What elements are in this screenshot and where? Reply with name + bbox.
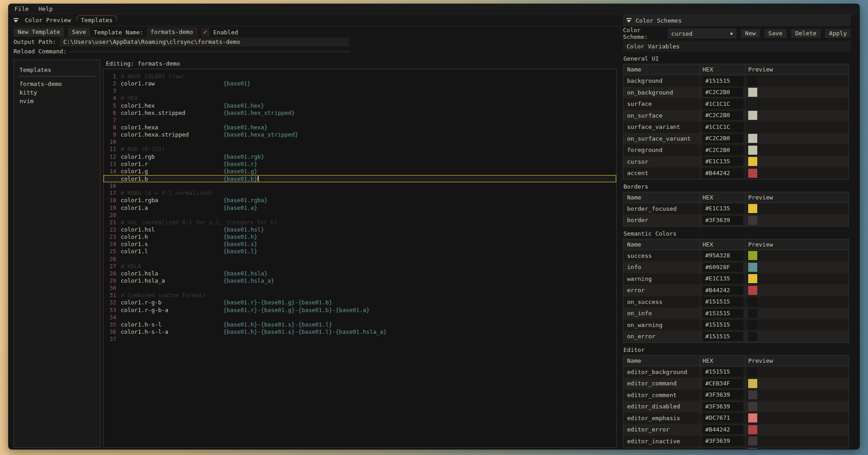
hex-input[interactable]: #CEB34F	[703, 379, 743, 388]
new-template-button[interactable]: New Template	[14, 28, 64, 37]
color-swatch[interactable]	[748, 88, 757, 97]
template-name-input[interactable]: formats-demo	[147, 28, 198, 37]
editor-line[interactable]: 3	[104, 87, 616, 95]
color-swatch[interactable]	[748, 286, 757, 295]
scheme-apply-button[interactable]: Apply	[825, 29, 851, 38]
editor-line[interactable]: 36color1.h-s-l-a{base01.h}-{base01.s}-{b…	[104, 328, 616, 336]
color-swatch[interactable]	[748, 436, 757, 446]
template-item-nvim[interactable]: nvim	[19, 97, 95, 105]
hex-input[interactable]: #C2C2B0	[703, 111, 743, 120]
color-swatch[interactable]	[748, 274, 757, 283]
editor-line[interactable]: 6color1.hex.stripped{base01.hex_stripped…	[104, 109, 616, 117]
scheme-delete-button[interactable]: Delete	[791, 29, 821, 38]
editor-line[interactable]: 34	[104, 314, 616, 321]
section-header-editor[interactable]: Editor	[623, 346, 851, 354]
color-swatch[interactable]	[748, 216, 757, 225]
template-item-formats-demo[interactable]: formats-demo	[19, 80, 95, 88]
hex-input[interactable]: #86596C	[703, 448, 743, 449]
editor-line[interactable]: 8color1.hexa{base01.hexa}	[104, 124, 616, 131]
editor-line[interactable]: 5color1.hex{base01.hex}	[104, 102, 616, 109]
hex-input[interactable]: #B44242	[703, 425, 743, 434]
editor-line[interactable]: 17# RGBA (A = 0-1 normalized)	[104, 190, 616, 197]
editor-line[interactable]: 2color1.raw{base01}	[104, 80, 616, 87]
color-scheme-select[interactable]: cursed ▼	[668, 28, 736, 38]
editor-line[interactable]: 33color1.r-g-b-a{base01.r}-{base01.g}-{b…	[104, 307, 616, 314]
hex-input[interactable]: #3F3639	[703, 436, 743, 446]
hex-input[interactable]: #DC7671	[703, 413, 743, 422]
hex-input[interactable]: #3F3639	[703, 216, 743, 225]
editor-line[interactable]: 30	[104, 284, 616, 292]
hex-input[interactable]: #C2C2B0	[703, 88, 743, 97]
hex-input[interactable]: #C2C2B0	[703, 146, 743, 155]
editor-line[interactable]: 9color1.hexa.stripped{base01.hexa_stripp…	[104, 131, 616, 138]
hex-input[interactable]: #E1C135	[703, 204, 743, 213]
hex-input[interactable]: #1C1C1C	[703, 100, 743, 109]
hex-input[interactable]: #60928F	[703, 263, 743, 272]
hex-input[interactable]: #151515	[703, 320, 743, 329]
hex-input[interactable]: #C2C2B0	[703, 134, 743, 143]
editor-line[interactable]: 28color1.hsla{base01.hsla}	[104, 270, 616, 277]
editor-line[interactable]: 37	[104, 336, 616, 343]
color-swatch[interactable]	[748, 379, 757, 388]
color-swatch[interactable]	[748, 76, 757, 85]
color-swatch[interactable]	[748, 157, 757, 166]
color-swatch[interactable]	[748, 320, 757, 329]
hex-input[interactable]: #95A328	[703, 251, 743, 260]
section-header-borders[interactable]: Borders	[623, 183, 851, 190]
scheme-new-button[interactable]: New	[741, 29, 760, 38]
hex-input[interactable]: #151515	[703, 332, 743, 341]
editor-line[interactable]: 31# Combined custom formats	[104, 292, 616, 299]
template-item-kitty[interactable]: kitty	[19, 88, 95, 97]
editor-line[interactable]: 1# BASE COLORS (raw)	[104, 73, 616, 80]
color-swatch[interactable]	[748, 204, 757, 213]
hex-input[interactable]: #151515	[703, 309, 743, 318]
save-template-button[interactable]: Save	[68, 28, 90, 37]
color-swatch[interactable]	[748, 402, 757, 411]
hex-input[interactable]: #3F3639	[703, 402, 743, 411]
editor-line[interactable]: 22color1.hsl{base01.hsl}	[104, 226, 616, 233]
reload-command-input[interactable]	[70, 51, 350, 52]
active-editor-line[interactable]: 15color1.b{base01.b}	[104, 175, 616, 182]
color-schemes-header[interactable]: Color Schemes	[623, 14, 851, 26]
output-path-input[interactable]: C:\Users\user\AppData\Roaming\clrsync\fo…	[60, 38, 349, 47]
editor-line[interactable]: 12color1.rgb{base01.rgb}	[104, 153, 616, 161]
editor-line[interactable]: 23color1.h{base01.h}	[104, 233, 616, 241]
editor-line[interactable]: 21# HSL (normalized 0-1 for s,l, integer…	[104, 219, 616, 226]
color-swatch[interactable]	[748, 448, 757, 449]
hex-input[interactable]: #1C1C1C	[703, 123, 743, 132]
menu-item-help[interactable]: Help	[38, 5, 52, 12]
color-swatch[interactable]	[748, 100, 757, 109]
color-swatch[interactable]	[748, 413, 757, 422]
hex-input[interactable]: #B44242	[703, 286, 743, 295]
editor-line[interactable]: 14color1.g{base01.g}	[104, 168, 616, 175]
tab-templates[interactable]: Templates	[77, 15, 116, 25]
hex-input[interactable]: #3F3639	[703, 390, 743, 399]
color-swatch[interactable]	[748, 169, 757, 178]
hex-input[interactable]: #151515	[703, 76, 743, 85]
section-header-general-ui[interactable]: General UI	[623, 55, 851, 62]
editor-line[interactable]: 16	[104, 182, 616, 190]
collapse-arrow-icon[interactable]	[14, 18, 19, 23]
menu-item-file[interactable]: File	[14, 5, 28, 12]
color-swatch[interactable]	[748, 134, 757, 143]
editor-line[interactable]: 27# HSLA	[104, 263, 616, 270]
color-swatch[interactable]	[748, 111, 757, 120]
color-variables-header[interactable]: Color Variables	[623, 41, 851, 52]
template-code-editor[interactable]: 1# BASE COLORS (raw)2color1.raw{base01}3…	[103, 69, 617, 448]
editor-line[interactable]: 32color1.r-g-b{base01.r}-{base01.g}-{bas…	[104, 299, 616, 306]
tab-color-preview[interactable]: Color Preview	[21, 15, 75, 25]
color-swatch[interactable]	[748, 332, 757, 341]
editor-line[interactable]: 18color1.rgba{base01.rgba}	[104, 197, 616, 204]
editor-line[interactable]: 24color1.s{base01.s}	[104, 241, 616, 248]
color-swatch[interactable]	[748, 146, 757, 155]
hex-input[interactable]: #151515	[703, 297, 743, 306]
editor-line[interactable]: 10	[104, 138, 616, 146]
color-swatch[interactable]	[748, 390, 757, 399]
color-swatch[interactable]	[748, 367, 757, 376]
scheme-save-button[interactable]: Save	[764, 29, 787, 38]
editor-line[interactable]: 26	[104, 256, 616, 263]
hex-input[interactable]: #E1C135	[703, 274, 743, 283]
editor-line[interactable]: 35color1.h-s-l{base01.h}-{base01.s}-{bas…	[104, 321, 616, 328]
color-swatch[interactable]	[748, 251, 757, 260]
editor-line[interactable]: 7	[104, 117, 616, 124]
